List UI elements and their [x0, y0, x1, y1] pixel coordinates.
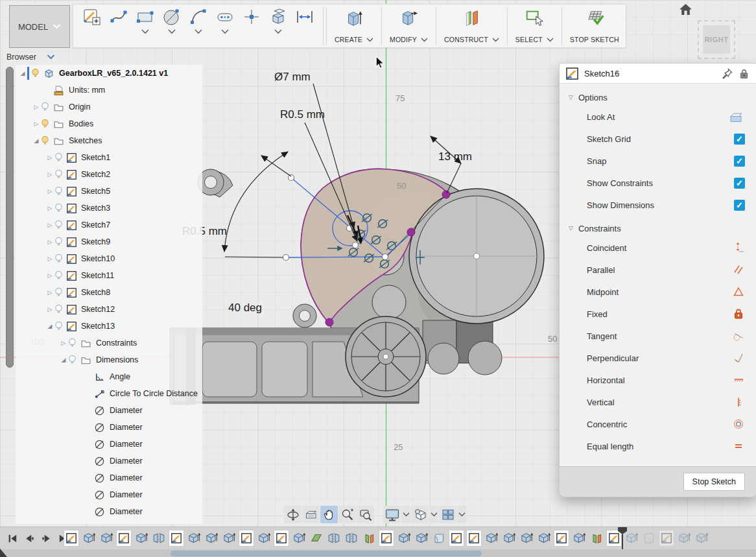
tree-item-sketch10[interactable]: ▷Sketch10 [16, 250, 202, 267]
tree-item-diameter[interactable]: Diameter [16, 436, 202, 453]
timeline-feature-extrude[interactable] [676, 530, 692, 547]
tree-item-circle-to-circle-distance[interactable]: Circle To Circle Distance [16, 385, 202, 402]
chevron-down-icon[interactable] [47, 54, 55, 60]
chevron-down-icon[interactable] [547, 38, 554, 42]
constraint-row-tangent[interactable]: Tangent [560, 325, 756, 347]
collapse-icon[interactable]: ◢ [18, 70, 27, 77]
tree-item-sketch1[interactable]: ▷Sketch1 [16, 149, 202, 166]
browser-scrollbar[interactable] [6, 67, 14, 368]
expand-icon[interactable]: ▷ [45, 272, 54, 279]
tree-item-gearboxlr-v65-2-0-1421-v1[interactable]: ◢GearboxLR_v65_2.0.1421 v1 [16, 65, 202, 82]
visibility-bulb-icon[interactable] [82, 388, 90, 399]
timeline-feature-sketch[interactable] [274, 530, 289, 547]
timeline-feature-extrude[interactable] [519, 530, 534, 547]
expand-icon[interactable]: ▷ [45, 154, 54, 161]
constraints-section-header[interactable]: ▽ Constraints [560, 220, 756, 237]
visibility-bulb-icon[interactable] [54, 254, 63, 264]
timeline-feature-extrude[interactable] [484, 530, 499, 547]
constraint-row-coincident[interactable]: Coincident [560, 237, 756, 259]
timeline-feature-extrude[interactable] [81, 530, 97, 547]
chevron-down-icon[interactable] [194, 29, 203, 35]
fixed-constraint-icon[interactable] [732, 307, 745, 320]
option-row-snap[interactable]: Snap✓ [560, 150, 756, 172]
tree-item-sketch3[interactable]: ▷Sketch3 [16, 200, 202, 217]
option-row-show-dimensions[interactable]: Show Dimensions✓ [560, 194, 756, 216]
look-at-icon[interactable] [302, 506, 320, 523]
visibility-bulb-icon[interactable] [82, 405, 90, 416]
timeline-playhead[interactable] [618, 527, 627, 549]
expand-icon[interactable]: ▷ [45, 289, 54, 296]
visibility-bulb-icon[interactable] [54, 321, 63, 331]
tree-item-sketch12[interactable]: ▷Sketch12 [16, 301, 202, 318]
tool-point-button[interactable] [238, 7, 265, 27]
checkbox-checked[interactable]: ✓ [734, 178, 745, 189]
timeline-feature-construct[interactable] [589, 530, 604, 547]
visibility-bulb-icon[interactable] [82, 456, 90, 466]
tree-item-sketch7[interactable]: ▷Sketch7 [16, 217, 202, 233]
timeline-feature-sketch[interactable] [239, 530, 254, 547]
toolbar-group-select[interactable]: SELECT [509, 5, 560, 47]
tree-item-sketch5[interactable]: ▷Sketch5 [16, 183, 202, 200]
visibility-bulb-icon[interactable] [41, 102, 49, 112]
sketch-palette-header[interactable]: Sketch16 [560, 64, 756, 84]
timeline-scrollbar-track[interactable] [0, 549, 756, 557]
tree-item-origin[interactable]: ▷Origin [16, 99, 202, 115]
option-row-look-at[interactable]: Look At [560, 106, 756, 128]
stop-sketch-button[interactable]: Stop Sketch [683, 473, 745, 491]
browser-header[interactable]: Browser [6, 53, 55, 62]
expand-icon[interactable]: ▷ [59, 340, 68, 346]
motor-cylinder[interactable] [409, 189, 544, 324]
chevron-down-icon[interactable] [366, 38, 373, 42]
view-cube-face[interactable]: RIGHT [703, 25, 730, 54]
tangent-constraint-icon[interactable] [732, 329, 745, 342]
tree-item-sketches[interactable]: ◢Sketches [16, 132, 202, 149]
visibility-bulb-icon[interactable] [82, 490, 90, 500]
chevron-down-icon[interactable] [274, 29, 283, 35]
timeline-feature-extrude[interactable] [396, 530, 412, 547]
horizontal-constraint-icon[interactable] [732, 373, 745, 386]
zoom-icon[interactable] [338, 506, 356, 523]
chevron-down-icon[interactable] [141, 29, 150, 35]
timeline-feature-sketch[interactable] [379, 530, 394, 547]
collapse-icon[interactable]: ◢ [32, 137, 41, 144]
timeline-feature-construct[interactable] [361, 530, 377, 547]
tree-item-diameter[interactable]: Diameter [16, 419, 202, 436]
visibility-bulb-icon[interactable] [54, 152, 63, 163]
tree-item-dimensions[interactable]: ◢Dimensions [16, 351, 202, 368]
visibility-bulb-icon[interactable] [82, 422, 90, 433]
timeline-feature-extrude[interactable] [291, 530, 307, 547]
constraint-row-midpoint[interactable]: Midpoint [560, 281, 756, 303]
timeline-feature-sketch[interactable] [169, 530, 184, 547]
visibility-bulb-icon[interactable] [82, 439, 90, 449]
coincident-constraint-icon[interactable] [732, 241, 745, 254]
expand-icon[interactable]: ▷ [45, 306, 54, 313]
constrained-orbit-icon[interactable] [284, 506, 301, 523]
collapse-icon[interactable]: ◢ [59, 357, 68, 363]
option-row-show-constraints[interactable]: Show Constraints✓ [560, 172, 756, 194]
visibility-bulb-icon[interactable] [82, 506, 90, 517]
timeline-feature-sketch[interactable] [116, 530, 132, 547]
dim-label-40deg[interactable]: 40 deg [228, 302, 262, 314]
chevron-down-icon[interactable] [167, 29, 176, 35]
chevron-down-icon[interactable] [429, 506, 438, 523]
timeline-feature-fillet[interactable] [431, 530, 447, 547]
chevron-down-icon[interactable] [457, 506, 466, 523]
tree-item-angle[interactable]: Angle [16, 368, 202, 385]
pin-icon[interactable] [721, 67, 733, 80]
timeline-feature-extrude[interactable] [256, 530, 272, 547]
options-section-header[interactable]: ▽ Options [560, 89, 756, 106]
visibility-bulb-icon[interactable] [41, 119, 49, 129]
timeline-feature-mirror[interactable] [151, 530, 167, 547]
playback-skip-start-button[interactable] [6, 532, 19, 545]
home-icon[interactable] [679, 3, 692, 18]
visibility-bulb-icon[interactable] [68, 355, 77, 365]
visibility-bulb-icon[interactable] [54, 270, 63, 281]
visibility-bulb-icon[interactable] [54, 169, 63, 180]
timeline-feature-extrude[interactable] [536, 530, 552, 547]
timeline-feature-sketch[interactable] [466, 530, 482, 547]
visibility-bulb-icon[interactable] [82, 372, 90, 382]
visibility-bulb-icon[interactable] [54, 203, 63, 213]
tree-item-diameter[interactable]: Diameter [16, 402, 202, 419]
expand-icon[interactable]: ▷ [32, 121, 41, 127]
zoom-window-icon[interactable] [357, 506, 374, 523]
